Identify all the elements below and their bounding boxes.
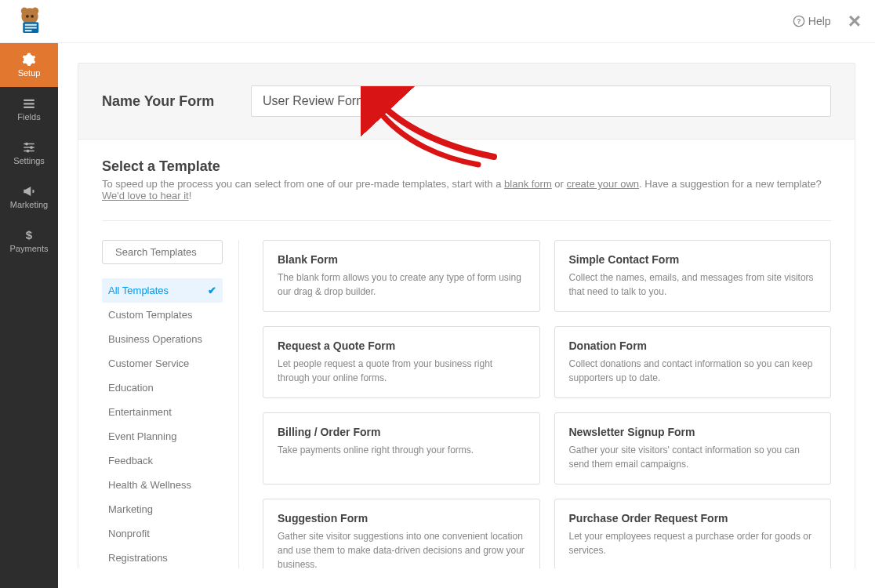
category-column: All Templates✔ Custom Templates Business… [102, 240, 239, 568]
template-card[interactable]: Billing / Order Form Take payments onlin… [263, 412, 540, 485]
template-card-desc: Take payments online right through your … [278, 443, 525, 457]
suggestion-link[interactable]: We'd love to hear it [102, 190, 189, 201]
template-section: Select a Template To speed up the proces… [78, 139, 855, 568]
check-icon: ✔ [208, 285, 216, 296]
category-item[interactable]: Event Planning [102, 424, 223, 448]
stage: Name Your Form Select a Template To spee… [58, 43, 875, 588]
panel: Name Your Form Select a Template To spee… [78, 63, 855, 568]
bullhorn-icon [20, 184, 38, 198]
category-item[interactable]: Nonprofit [102, 521, 223, 546]
sidenav: Setup Fields Settings Marketing $ Paymen… [0, 43, 58, 588]
name-section: Name Your Form [78, 63, 855, 139]
template-card[interactable]: Blank Form The blank form allows you to … [263, 240, 540, 312]
svg-rect-8 [25, 30, 32, 31]
template-card-title: Billing / Order Form [278, 426, 525, 438]
sidenav-label: Marketing [10, 200, 48, 209]
svg-point-3 [26, 15, 29, 18]
template-card-title: Suggestion Form [278, 512, 525, 524]
svg-rect-7 [25, 27, 37, 29]
wpforms-logo-icon [14, 5, 45, 37]
blank-form-link[interactable]: blank form [504, 178, 552, 190]
category-list: All Templates✔ Custom Templates Business… [102, 278, 223, 568]
template-card-desc: Let people request a quote from your bus… [278, 357, 525, 385]
svg-rect-12 [24, 103, 34, 104]
name-title: Name Your Form [102, 93, 220, 110]
sidenav-label: Setup [18, 68, 41, 78]
svg-point-18 [30, 146, 33, 149]
template-subtitle: To speed up the process you can select f… [102, 178, 831, 201]
svg-point-19 [27, 150, 30, 153]
template-card-desc: Collect donations and contact informatio… [569, 357, 817, 385]
search-input[interactable] [114, 245, 249, 259]
sidenav-label: Settings [13, 156, 45, 165]
svg-point-4 [31, 15, 34, 18]
template-card-title: Donation Form [569, 339, 817, 352]
close-button[interactable]: × [848, 10, 861, 32]
category-item[interactable]: Marketing [102, 497, 223, 521]
category-item[interactable]: Education [102, 376, 223, 400]
template-layout: All Templates✔ Custom Templates Business… [102, 220, 831, 568]
sidenav-item-settings[interactable]: Settings [0, 131, 58, 175]
body: Setup Fields Settings Marketing $ Paymen… [0, 43, 875, 588]
sidenav-item-fields[interactable]: Fields [0, 87, 58, 131]
help-label: Help [808, 15, 831, 27]
create-your-own-link[interactable]: create your own [567, 178, 640, 190]
template-card[interactable]: Request a Quote Form Let people request … [263, 326, 540, 398]
template-title: Select a Template [102, 158, 831, 175]
close-icon: × [848, 9, 861, 33]
template-card-title: Purchase Order Request Form [569, 512, 817, 524]
template-card-title: Request a Quote Form [278, 339, 525, 352]
svg-text:$: $ [26, 228, 33, 241]
category-item[interactable]: All Templates✔ [102, 278, 223, 303]
category-item[interactable]: Entertainment [102, 400, 223, 424]
dollar-icon: $ [20, 228, 38, 242]
template-card[interactable]: Donation Form Collect donations and cont… [554, 326, 832, 398]
svg-point-1 [21, 8, 28, 15]
category-item[interactable]: Customer Service [102, 351, 223, 376]
template-card[interactable]: Suggestion Form Gather site visitor sugg… [263, 499, 540, 568]
topbar-right: ? Help × [793, 10, 861, 32]
sidenav-item-payments[interactable]: $ Payments [0, 219, 58, 263]
template-card-desc: Gather your site visitors' contact infor… [569, 443, 817, 471]
category-item[interactable]: Business Operations [102, 327, 223, 351]
svg-point-2 [32, 8, 39, 15]
sidenav-item-setup[interactable]: Setup [0, 43, 58, 87]
gear-icon [20, 53, 38, 67]
template-card-title: Simple Contact Form [569, 253, 817, 266]
template-card-title: Newsletter Signup Form [569, 426, 817, 438]
list-icon [20, 96, 38, 111]
category-item[interactable]: Custom Templates [102, 303, 223, 327]
template-card[interactable]: Newsletter Signup Form Gather your site … [554, 412, 832, 485]
template-card[interactable]: Simple Contact Form Collect the names, e… [554, 240, 832, 312]
topbar: ? Help × [0, 0, 875, 43]
template-card-desc: Let your employees request a purchase or… [569, 529, 817, 557]
template-card-desc: The blank form allows you to create any … [278, 270, 525, 299]
app-window: ? Help × Setup Fields Settings [0, 0, 875, 588]
template-card-desc: Gather site visitor suggestions into one… [278, 529, 525, 568]
help-link[interactable]: ? Help [793, 15, 831, 27]
search-templates[interactable] [102, 240, 223, 264]
template-card-desc: Collect the names, emails, and messages … [569, 270, 817, 299]
category-item[interactable]: Registrations [102, 546, 223, 568]
category-item[interactable]: Feedback [102, 448, 223, 473]
svg-rect-13 [24, 107, 34, 108]
template-card[interactable]: Purchase Order Request Form Let your emp… [554, 499, 832, 568]
help-icon: ? [793, 15, 805, 27]
form-name-input[interactable] [251, 85, 831, 117]
app-logo [14, 5, 45, 37]
svg-rect-6 [25, 24, 37, 26]
template-grid: Blank Form The blank form allows you to … [263, 240, 831, 568]
sidenav-label: Payments [10, 244, 49, 253]
sidenav-item-marketing[interactable]: Marketing [0, 175, 58, 219]
template-card-title: Blank Form [278, 253, 525, 266]
sliders-icon [20, 140, 38, 154]
sidenav-label: Fields [17, 112, 40, 122]
category-item[interactable]: Health & Wellness [102, 473, 223, 497]
svg-point-17 [25, 143, 28, 146]
svg-rect-11 [24, 100, 34, 101]
svg-text:?: ? [797, 17, 801, 25]
